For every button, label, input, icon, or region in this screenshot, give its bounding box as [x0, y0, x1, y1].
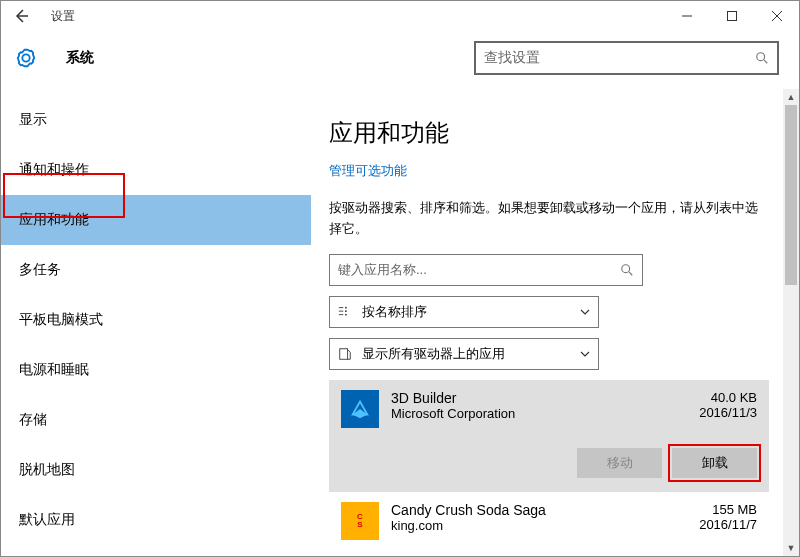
- app-search-placeholder: 键入应用名称...: [338, 261, 620, 279]
- svg-rect-1: [727, 12, 736, 21]
- sidebar-item-tablet[interactable]: 平板电脑模式: [1, 295, 311, 345]
- filter-label: 显示所有驱动器上的应用: [362, 345, 580, 363]
- sidebar-item-apps[interactable]: 应用和功能: [1, 195, 311, 245]
- app-publisher: king.com: [391, 518, 699, 533]
- manage-optional-link[interactable]: 管理可选功能: [329, 162, 407, 180]
- maximize-button[interactable]: [709, 1, 754, 31]
- app-name: 3D Builder: [391, 390, 699, 406]
- sidebar: 显示 通知和操作 应用和功能 多任务 平板电脑模式 电源和睡眠 存储 脱机地图 …: [1, 95, 311, 557]
- content-pane: 应用和功能 管理可选功能 按驱动器搜索、排序和筛选。如果想要卸载或移动一个应用，…: [311, 95, 799, 557]
- sort-icon: [338, 305, 354, 319]
- app-size: 155 MB: [699, 502, 757, 517]
- svg-point-13: [345, 313, 347, 315]
- filter-select[interactable]: 显示所有驱动器上的应用: [329, 338, 599, 370]
- drive-icon: [338, 347, 354, 361]
- chevron-down-icon: [580, 309, 590, 315]
- page-title: 应用和功能: [329, 117, 769, 149]
- scrollbar[interactable]: ▲ ▼: [783, 89, 799, 556]
- app-size: 40.0 KB: [699, 390, 757, 405]
- app-search-input[interactable]: 键入应用名称...: [329, 254, 643, 286]
- sort-select[interactable]: 按名称排序: [329, 296, 599, 328]
- body: 显示 通知和操作 应用和功能 多任务 平板电脑模式 电源和睡眠 存储 脱机地图 …: [1, 95, 799, 557]
- app-icon: [341, 390, 379, 428]
- sidebar-item-power[interactable]: 电源和睡眠: [1, 345, 311, 395]
- close-button[interactable]: [754, 1, 799, 31]
- page-description: 按驱动器搜索、排序和筛选。如果想要卸载或移动一个应用，请从列表中选择它。: [329, 198, 769, 240]
- app-icon: CS: [341, 502, 379, 540]
- sort-label: 按名称排序: [362, 303, 580, 321]
- minimize-button[interactable]: [664, 1, 709, 31]
- window-controls: [664, 1, 799, 31]
- move-button[interactable]: 移动: [577, 448, 662, 478]
- sidebar-item-notifications[interactable]: 通知和操作: [1, 145, 311, 195]
- scroll-down-icon[interactable]: ▼: [783, 540, 799, 556]
- sidebar-item-about[interactable]: 关于: [1, 545, 311, 557]
- svg-line-5: [764, 60, 767, 63]
- gear-icon: [11, 47, 41, 69]
- app-list-item-selected[interactable]: 3D Builder Microsoft Corporation 40.0 KB…: [329, 380, 769, 492]
- sidebar-item-storage[interactable]: 存储: [1, 395, 311, 445]
- sidebar-item-default-apps[interactable]: 默认应用: [1, 495, 311, 545]
- svg-line-7: [629, 272, 632, 275]
- app-date: 2016/11/7: [699, 517, 757, 532]
- svg-point-4: [757, 53, 765, 61]
- header-title: 系统: [66, 49, 94, 67]
- settings-search-input[interactable]: 查找设置: [474, 41, 779, 75]
- uninstall-button[interactable]: 卸载: [672, 448, 757, 478]
- app-name: Candy Crush Soda Saga: [391, 502, 699, 518]
- svg-point-11: [345, 306, 347, 308]
- search-placeholder: 查找设置: [484, 49, 755, 67]
- chevron-down-icon: [580, 351, 590, 357]
- search-icon: [620, 263, 634, 277]
- scroll-up-icon[interactable]: ▲: [783, 89, 799, 105]
- app-publisher: Microsoft Corporation: [391, 406, 699, 421]
- svg-point-6: [622, 264, 630, 272]
- sidebar-item-multitask[interactable]: 多任务: [1, 245, 311, 295]
- window-title: 设置: [51, 8, 75, 25]
- header-row: 系统 查找设置: [1, 31, 799, 95]
- sidebar-item-display[interactable]: 显示: [1, 95, 311, 145]
- svg-rect-14: [340, 348, 348, 359]
- app-list-item[interactable]: CS Candy Crush Soda Saga king.com 155 MB…: [329, 492, 769, 550]
- search-icon: [755, 51, 769, 65]
- sidebar-item-offline-maps[interactable]: 脱机地图: [1, 445, 311, 495]
- title-bar: 设置: [1, 1, 799, 31]
- scroll-thumb[interactable]: [785, 105, 797, 285]
- app-date: 2016/11/3: [699, 405, 757, 420]
- back-button[interactable]: [11, 6, 31, 26]
- svg-point-12: [345, 310, 347, 312]
